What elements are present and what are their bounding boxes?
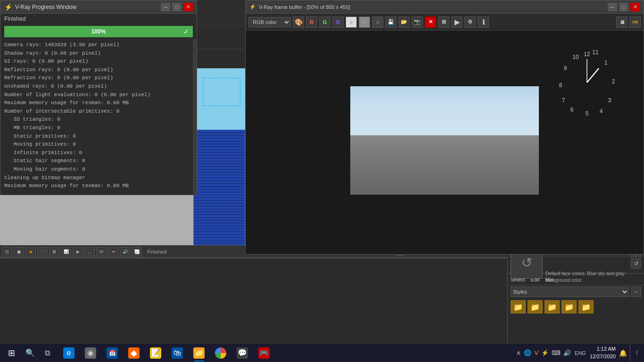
swatch-icon[interactable]: 🎨 xyxy=(293,16,304,28)
graph-btn[interactable]: 📈 xyxy=(132,247,142,256)
audio-btn[interactable]: 🔊 xyxy=(120,247,130,256)
dark-circle-icon[interactable]: ○ xyxy=(372,16,383,28)
log-line: Number of light evaluations: 0 (0.00 per… xyxy=(4,91,193,99)
orange-app-icon: ◆ xyxy=(128,347,140,359)
svg-text:4: 4 xyxy=(600,108,603,115)
dots-btn[interactable]: … xyxy=(84,247,95,256)
edge-icon: e xyxy=(63,347,74,359)
clock-time: 1:12 AM xyxy=(590,346,616,353)
timeline-btn[interactable]: ━ xyxy=(108,247,118,256)
log-scrollbar[interactable] xyxy=(193,39,197,195)
render-icon[interactable]: ▶ xyxy=(451,16,462,28)
progress-bar-container: 100% ✓ xyxy=(4,26,193,37)
channel-b-button[interactable]: B xyxy=(332,16,344,28)
calendar-icon: 📅 xyxy=(107,347,118,359)
log-line: Refraction rays: 0 (0.00 per pixel) xyxy=(4,74,193,82)
color-mode-select[interactable]: RGB color xyxy=(248,17,291,27)
svg-text:6: 6 xyxy=(570,107,574,113)
monitor-icon[interactable]: 🖥 xyxy=(616,16,627,28)
svg-text:2: 2 xyxy=(612,78,615,85)
svg-text:1: 1 xyxy=(604,59,608,66)
vray-tray-icon2[interactable]: ⚡ xyxy=(541,349,549,356)
taskbar-app-cortana[interactable]: ◉ xyxy=(80,344,101,362)
taskbar-app-chrome[interactable] xyxy=(210,344,231,362)
folder-icon-5[interactable]: 📁 xyxy=(578,300,594,313)
grid-btn[interactable]: ⊞ xyxy=(49,247,59,256)
game-icon: 🎮 xyxy=(258,347,270,359)
folder-icon-3[interactable]: 📁 xyxy=(545,300,560,313)
progress-percent: 100% xyxy=(91,28,106,35)
camera-icon[interactable]: 📷 xyxy=(412,16,423,28)
progress-log: Camera rays: 1403629 (3.90 per pixel) Sh… xyxy=(0,39,197,195)
taskbar-app-chat[interactable]: 💬 xyxy=(232,344,253,362)
folder-icon-2[interactable]: 📁 xyxy=(528,300,543,313)
view-btn[interactable]: ◈ xyxy=(25,247,36,256)
progress-titlebar: ⚡ V-Ray Progress Window ─ □ ✕ xyxy=(0,0,197,14)
log-line: Maximum memory usage for resman: 0.00 MB xyxy=(4,99,193,107)
chevron-up-icon[interactable]: ∧ xyxy=(516,349,521,356)
log-line: Moving hair segments: 0 xyxy=(4,165,193,174)
svg-line-12 xyxy=(587,68,599,82)
style-mix-menu[interactable]: Mix xyxy=(545,277,553,282)
taskbar-clock[interactable]: 1:12 AM 12/27/2020 xyxy=(590,346,616,360)
save-icon[interactable]: 💾 xyxy=(385,16,396,28)
style-dropdown-row: Styles → xyxy=(508,285,644,298)
fb-maximize-button[interactable]: □ xyxy=(619,3,628,11)
svg-text:10: 10 xyxy=(572,54,579,60)
folder-icon-4[interactable]: 📁 xyxy=(561,300,577,313)
shading-btn[interactable]: ⬛ xyxy=(37,247,48,256)
volume-icon[interactable]: 🔊 xyxy=(563,349,571,356)
minimize-button[interactable]: ─ xyxy=(161,3,170,11)
taskbar-app-edge[interactable]: e xyxy=(58,344,79,362)
info-icon[interactable]: ℹ xyxy=(478,16,489,28)
progress-status: Finished xyxy=(0,14,197,24)
settings-icon[interactable]: ⚙ xyxy=(464,16,476,28)
window-controls: ─ □ ✕ xyxy=(161,3,193,11)
stop-icon[interactable]: ✕ xyxy=(425,16,436,28)
vray-fb-icon: ⚡ xyxy=(249,4,256,10)
vray-tray-icon[interactable]: V xyxy=(534,349,538,356)
taskbar-app-notes[interactable]: 📝 xyxy=(145,344,166,362)
w-btn[interactable]: W xyxy=(96,247,107,256)
vray-logo-icon[interactable]: VR xyxy=(629,16,641,28)
fb-minimize-button[interactable]: ─ xyxy=(608,3,617,11)
layers-icon[interactable]: ⊞ xyxy=(438,16,449,28)
task-view-button[interactable]: ⧉ xyxy=(38,344,57,362)
progress-checkmark: ✓ xyxy=(183,28,189,35)
channel-g-button[interactable]: G xyxy=(319,16,330,28)
notification-center-button[interactable]: 🔔 xyxy=(618,344,628,362)
taskbar-app-orange[interactable]: ◆ xyxy=(124,344,144,362)
taskbar-app-store[interactable]: 🛍 xyxy=(167,344,188,362)
fb-close-button[interactable]: ✕ xyxy=(630,3,640,11)
network-icon[interactable]: 🌐 xyxy=(524,349,531,356)
close-button[interactable]: ✕ xyxy=(183,3,193,11)
open-icon[interactable]: 📂 xyxy=(398,16,410,28)
start-button[interactable]: ⊞ xyxy=(0,344,23,362)
svg-text:12: 12 xyxy=(584,51,590,58)
keyboard-icon[interactable]: ⌨ xyxy=(552,349,561,356)
search-button[interactable]: 🔍 xyxy=(23,344,38,362)
fb-window-controls: ─ □ ✕ xyxy=(608,3,640,11)
white-circle-icon[interactable]: ○ xyxy=(346,16,357,28)
channel-r-button[interactable]: R xyxy=(306,16,317,28)
clock-display: 12 1 2 3 4 5 6 7 8 9 10 11 xyxy=(559,49,615,115)
filter-btn[interactable]: ▣ xyxy=(14,247,24,256)
taskbar-app-calendar[interactable]: 📅 xyxy=(102,344,123,362)
gray-circle-icon[interactable]: ○ xyxy=(359,16,370,28)
show-desktop-button[interactable]: ▕ xyxy=(630,344,640,362)
playback-btn[interactable]: ▶ xyxy=(73,247,83,256)
maximize-button[interactable]: □ xyxy=(172,3,182,11)
styles-confirm-button[interactable]: → xyxy=(631,287,641,297)
vray-icon: ⚡ xyxy=(4,3,12,11)
stats-btn[interactable]: 📊 xyxy=(61,247,71,256)
store-icon: 🛍 xyxy=(172,347,183,359)
cortana-icon: ◉ xyxy=(85,347,96,359)
rendered-image xyxy=(350,86,539,195)
style-refresh-icon[interactable]: ↺ xyxy=(631,258,641,269)
styles-dropdown[interactable]: Styles xyxy=(511,287,629,297)
clock-date: 12/27/2020 xyxy=(590,353,616,360)
taskbar-app-explorer[interactable]: 📁 xyxy=(189,344,209,362)
folder-icon-1[interactable]: 📁 xyxy=(511,300,526,313)
snap-toggle[interactable]: ⊡ xyxy=(2,247,12,256)
taskbar-app-game[interactable]: 🎮 xyxy=(254,344,274,362)
